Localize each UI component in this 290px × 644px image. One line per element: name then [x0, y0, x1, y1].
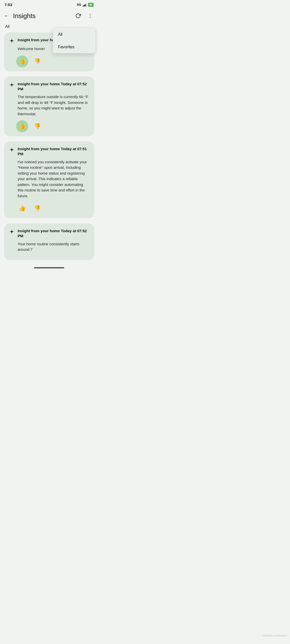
- card-2-header: Insight from your home Today at 07:52 PM: [9, 82, 89, 92]
- thumbs-down-icon: 👎: [34, 205, 41, 212]
- app-bar-left: ← Insights: [1, 10, 36, 21]
- refresh-button[interactable]: [73, 11, 83, 21]
- card-2-thumbs-down[interactable]: 👎: [31, 120, 43, 132]
- refresh-icon: [75, 13, 81, 19]
- sparkle-icon: [9, 147, 15, 152]
- status-time: 7:53: [5, 3, 12, 7]
- svg-point-2: [90, 17, 91, 18]
- page-title: Insights: [13, 12, 36, 20]
- home-indicator: [0, 264, 98, 270]
- filter-label[interactable]: All: [5, 24, 10, 29]
- battery-icon: 95: [88, 3, 94, 7]
- card-2-actions: 👍 👎: [9, 120, 89, 132]
- card-3-header: Insight from your home Today at 07:51 PM: [9, 146, 89, 157]
- insight-card-2: Insight from your home Today at 07:52 PM…: [4, 76, 94, 137]
- card-3-actions: 👍 👎: [9, 202, 89, 214]
- more-icon: [87, 13, 93, 19]
- svg-point-0: [90, 14, 91, 15]
- thumbs-up-icon: 👍: [19, 123, 26, 130]
- card-3-title: Insight from your home Today at 07:51 PM: [18, 146, 89, 157]
- sparkle-icon: [9, 38, 15, 44]
- app-bar: ← Insights: [0, 8, 98, 23]
- card-4-title: Insight from your home Today at 07:52 PM: [18, 228, 89, 239]
- thumbs-down-icon: 👎: [34, 123, 41, 130]
- card-2-body: The temperature outside is currently 60 …: [9, 94, 89, 117]
- signal-icon: [83, 3, 87, 7]
- more-button[interactable]: [85, 11, 95, 21]
- home-bar: [34, 267, 64, 268]
- card-1-actions: 👍 👎: [9, 55, 89, 67]
- cards-container: Insight from your home Today at 07 Welco…: [0, 32, 98, 260]
- thumbs-up-icon: 👍: [19, 205, 26, 212]
- card-3-body: I've noticed you consistently activate y…: [9, 159, 89, 199]
- card-3-thumbs-up[interactable]: 👍: [16, 202, 28, 214]
- status-right-group: 5G 95: [77, 3, 94, 7]
- back-arrow-icon: ←: [4, 13, 9, 19]
- back-button[interactable]: ←: [1, 10, 12, 21]
- insight-card-4: Insight from your home Today at 07:52 PM…: [4, 223, 94, 260]
- card-1-thumbs-down[interactable]: 👎: [31, 55, 43, 67]
- sparkle-icon: [9, 229, 15, 234]
- insight-card-3: Insight from your home Today at 07:51 PM…: [4, 141, 94, 218]
- dropdown-menu: All Favorites: [53, 28, 95, 53]
- card-2-thumbs-up[interactable]: 👍: [16, 120, 28, 132]
- dropdown-item-all[interactable]: All: [53, 28, 95, 41]
- status-bar: 7:53 5G 95: [0, 0, 98, 8]
- thumbs-up-icon: 👍: [19, 58, 26, 65]
- card-1-thumbs-up[interactable]: 👍: [16, 55, 28, 67]
- thumbs-down-icon: 👎: [34, 58, 41, 65]
- dropdown-item-favorites[interactable]: Favorites: [53, 41, 95, 53]
- card-4-body: Your home routine consistently starts ar…: [9, 241, 89, 253]
- card-4-header: Insight from your home Today at 07:52 PM: [9, 228, 89, 239]
- svg-point-1: [90, 16, 91, 16]
- app-bar-right: [73, 11, 95, 21]
- network-indicator: 5G: [77, 3, 81, 7]
- card-2-title: Insight from your home Today at 07:52 PM: [18, 82, 89, 92]
- sparkle-icon: [9, 82, 15, 88]
- card-3-thumbs-down[interactable]: 👎: [31, 202, 43, 214]
